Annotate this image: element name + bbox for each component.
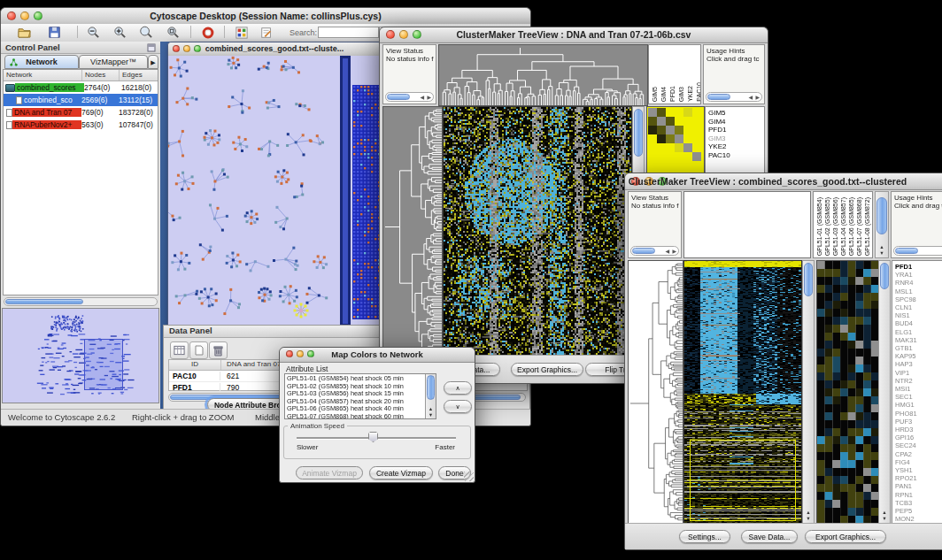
heatmap-vscrollbar[interactable]: ▲ ▼ <box>802 260 815 524</box>
gene-label[interactable]: HRD3 <box>895 426 942 433</box>
help-button[interactable] <box>197 25 219 40</box>
gene-label[interactable]: HMG1 <box>895 401 942 409</box>
vizmapper-button[interactable] <box>231 25 252 40</box>
annotation-button[interactable] <box>256 25 277 40</box>
gene-label[interactable]: GIM5 <box>708 109 764 118</box>
gene-label[interactable]: BUD4 <box>895 319 942 327</box>
col-id[interactable]: ID <box>169 360 221 370</box>
scroll-down-icon[interactable]: ▼ <box>876 250 888 256</box>
heatmap-zoom-canvas[interactable] <box>816 260 879 524</box>
network-list-hscrollbar-thumb[interactable] <box>5 299 83 304</box>
view-status-scrollbar[interactable]: ◀ ▶ <box>630 246 679 256</box>
scroll-left-icon[interactable]: ◀ <box>420 94 424 101</box>
zoom-vscrollbar[interactable]: ▲ ▼ <box>878 260 891 524</box>
gene-label[interactable]: NTR2 <box>895 377 942 385</box>
treeview2-titlebar[interactable]: ClusterMaker TreeView : combined_scores_… <box>625 173 942 190</box>
attribute-list-vscrollbar[interactable]: ▲ ▼ <box>425 374 436 418</box>
gene-label[interactable]: PUF3 <box>895 418 942 426</box>
scroll-down-icon[interactable]: ▼ <box>879 516 890 521</box>
scroll-up-icon[interactable]: ▲ <box>876 244 888 249</box>
save-session-button[interactable] <box>43 25 65 40</box>
scrollbar-thumb[interactable] <box>632 248 655 254</box>
move-up-button[interactable]: ∧ <box>444 381 472 395</box>
create-vizmap-button[interactable]: Create Vizmap <box>369 466 433 479</box>
gene-label[interactable]: GPI16 <box>895 433 942 441</box>
zoom-fit-button[interactable] <box>135 25 157 40</box>
scrollbar-thumb[interactable] <box>707 94 730 100</box>
scroll-up-icon[interactable]: ▲ <box>803 510 814 515</box>
main-titlebar[interactable]: Cytoscape Desktop (Session Name: collins… <box>1 8 530 25</box>
attribute-list[interactable]: GPL51-01 (GSM854) heat shock 05 minGPL51… <box>284 373 436 419</box>
scroll-up-icon[interactable]: ▲ <box>426 406 436 411</box>
scrollbar-thumb[interactable] <box>634 109 643 157</box>
export-graphics-button[interactable]: Export Graphics... <box>805 530 886 543</box>
scroll-up-icon[interactable]: ▲ <box>879 510 890 515</box>
gene-label[interactable]: MSI1 <box>895 385 942 393</box>
network-view-titlebar[interactable]: combined_scores_good.txt--cluste... <box>168 42 381 57</box>
gene-label[interactable]: CPA2 <box>895 450 942 458</box>
view-status-scrollbar[interactable]: ◀ ▶ <box>385 92 434 102</box>
scrollbar-thumb[interactable] <box>876 197 887 234</box>
delete-attribute-button[interactable] <box>209 341 228 359</box>
gene-label[interactable]: PFD1 <box>708 126 764 134</box>
gene-label[interactable]: ELG1 <box>895 328 942 336</box>
zoom-out-button[interactable] <box>82 25 104 40</box>
dialog-titlebar[interactable]: Map Colors to Network <box>280 348 475 363</box>
gene-label[interactable]: PAC10 <box>708 151 764 160</box>
gene-label[interactable]: GTB1 <box>895 344 942 352</box>
column-dendrogram-area[interactable] <box>683 191 811 258</box>
gene-label[interactable]: RPN1 <box>895 491 942 499</box>
row-dendrogram-canvas[interactable] <box>628 260 683 524</box>
gene-label[interactable]: PEP5 <box>895 507 942 515</box>
move-down-button[interactable]: ∨ <box>444 400 472 413</box>
scroll-right-icon[interactable]: ▶ <box>755 94 760 101</box>
scroll-left-icon[interactable]: ◀ <box>748 94 753 101</box>
treeview1-titlebar[interactable]: ClusterMaker TreeView : DNA and Tran 07-… <box>380 27 768 43</box>
open-session-button[interactable] <box>13 25 35 40</box>
gene-label[interactable]: YRA1 <box>895 271 942 279</box>
scrollbar-thumb[interactable] <box>880 263 889 289</box>
scrollbar-thumb[interactable] <box>427 375 435 400</box>
row-dendrogram-canvas[interactable] <box>382 106 443 356</box>
gene-label[interactable]: FIG4 <box>895 458 942 466</box>
network-row[interactable]: combined_sco 2569(6) 13112(15) <box>4 94 158 106</box>
network-row[interactable]: RNAPuberNov2+ 563(0) 107847(0) <box>4 119 158 131</box>
col-network[interactable]: Network <box>4 70 82 81</box>
search-input[interactable] <box>318 27 379 38</box>
gene-label[interactable]: GIM4 <box>708 118 764 127</box>
tab-network[interactable]: Network <box>4 55 79 69</box>
data-table-button[interactable] <box>170 341 189 359</box>
settings-button[interactable]: Settings... <box>679 530 730 543</box>
new-attribute-button[interactable] <box>189 341 208 359</box>
gene-label[interactable]: GIM3 <box>708 134 764 143</box>
gene-label[interactable]: PAN1 <box>895 482 942 490</box>
network-overview-canvas[interactable] <box>3 309 158 403</box>
gene-label[interactable]: CLN1 <box>895 303 942 311</box>
gene-label[interactable]: MAK31 <box>895 336 942 344</box>
network-table-header[interactable]: Network Nodes Edges <box>4 70 158 81</box>
col-nodes[interactable]: Nodes <box>82 70 120 81</box>
gene-label[interactable]: KAP95 <box>895 352 942 360</box>
float-panel-icon[interactable] <box>147 43 156 52</box>
tab-vizmapper[interactable]: VizMapper™ <box>79 55 148 69</box>
scroll-down-icon[interactable]: ▼ <box>803 516 814 521</box>
gene-label[interactable]: MSL1 <box>895 288 942 295</box>
save-data-button[interactable]: Save Data... <box>741 530 798 543</box>
resize-grip[interactable] <box>464 472 474 481</box>
scroll-right-icon[interactable]: ▶ <box>672 248 676 255</box>
gene-label[interactable]: SEC1 <box>895 393 942 401</box>
attribute-list-item[interactable]: GPL51-07 (GSM868) heat shock 60 min <box>287 413 423 420</box>
col-edges[interactable]: Edges <box>120 70 158 81</box>
gene-label[interactable]: SPC98 <box>895 295 942 303</box>
zoom-in-button[interactable] <box>109 25 130 40</box>
usage-hints-scrollbar[interactable]: ◀ ▶ <box>706 92 762 102</box>
gene-label[interactable]: YKE2 <box>708 142 764 151</box>
scrollbar-thumb[interactable] <box>387 94 410 100</box>
gene-label[interactable]: TCB3 <box>895 499 942 507</box>
gene-label[interactable]: YSH1 <box>895 466 942 474</box>
scroll-left-icon[interactable]: ◀ <box>665 248 669 255</box>
tab-overflow-button[interactable]: ▶ <box>148 55 158 69</box>
gene-label[interactable]: PFD1 <box>895 263 942 271</box>
export-graphics-button[interactable]: Export Graphics... <box>511 363 583 376</box>
gene-label[interactable]: VIP1 <box>895 369 942 377</box>
